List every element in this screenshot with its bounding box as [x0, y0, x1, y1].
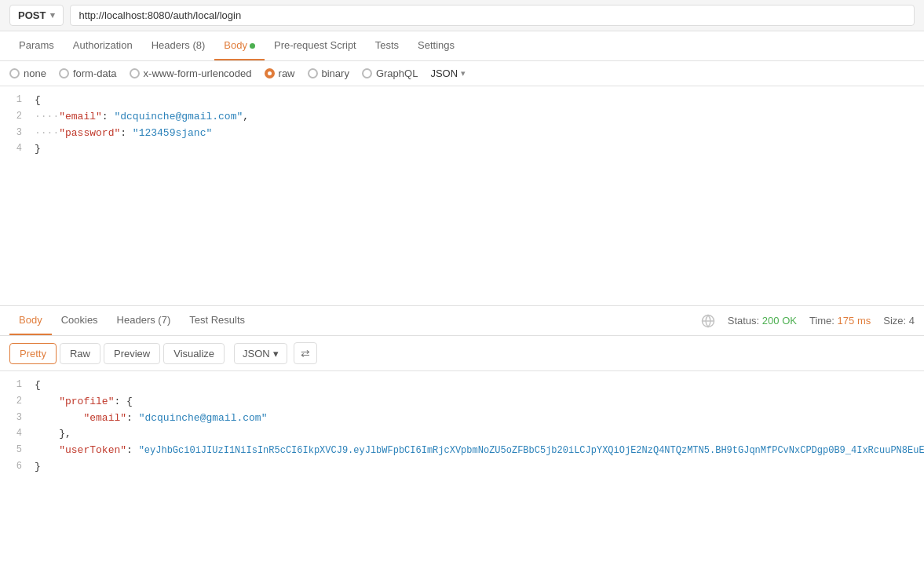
code-line-4: 4 }	[0, 141, 924, 158]
resp-line-1: 1 {	[0, 378, 924, 394]
tab-settings[interactable]: Settings	[408, 31, 464, 60]
pretty-button[interactable]: Pretty	[9, 343, 57, 364]
response-json-dropdown[interactable]: JSON ▾	[234, 343, 287, 364]
globe-icon	[701, 314, 715, 328]
radio-raw-circle	[265, 68, 275, 78]
radio-raw-label: raw	[279, 68, 295, 79]
resp-line-4: 4 },	[0, 426, 924, 443]
radio-none-circle	[9, 68, 20, 78]
tab-params[interactable]: Params	[9, 31, 64, 60]
response-status: Status: 200 OK Time: 175 ms Size: 4	[701, 314, 915, 328]
url-input[interactable]	[70, 5, 915, 26]
radio-binary-circle	[308, 68, 318, 78]
json-format-dropdown[interactable]: JSON ▾	[430, 68, 466, 79]
response-tab-headers[interactable]: Headers (7)	[108, 306, 181, 335]
radio-raw[interactable]: raw	[265, 68, 295, 79]
radio-form-data-circle	[59, 68, 69, 78]
response-tab-cookies[interactable]: Cookies	[52, 306, 108, 335]
method-label: POST	[18, 9, 46, 21]
code-line-2: 2 ····"email": "dcquinche@gmail.com",	[0, 109, 924, 126]
response-json-label: JSON	[243, 348, 270, 359]
radio-graphql-label: GraphQL	[376, 68, 418, 79]
radio-graphql[interactable]: GraphQL	[362, 68, 418, 79]
radio-form-data-label: form-data	[73, 68, 117, 79]
radio-graphql-circle	[362, 68, 372, 78]
json-format-chevron-icon: ▾	[461, 68, 466, 78]
request-tab-bar: Params Authorization Headers (8) Body Pr…	[0, 31, 924, 61]
status-label: Status: 200 OK	[728, 315, 797, 327]
resp-line-3: 3 "email": "dcquinche@gmail.com"	[0, 411, 924, 427]
radio-binary-label: binary	[322, 68, 349, 79]
visualize-button[interactable]: Visualize	[163, 343, 225, 364]
resp-line-6: 6 }	[0, 459, 924, 476]
url-bar: POST ▾	[0, 0, 924, 31]
response-toolbar: Pretty Raw Preview Visualize JSON ▾ ⇄	[0, 336, 924, 371]
body-dot-indicator	[250, 43, 255, 49]
raw-button[interactable]: Raw	[60, 343, 100, 364]
response-tab-bar: Body Cookies Headers (7) Test Results St…	[0, 306, 924, 336]
code-line-1: 1 {	[0, 93, 924, 109]
radio-urlencoded-circle	[130, 68, 140, 78]
response-body-editor: 1 { 2 "profile": { 3 "email": "dcquinche…	[0, 371, 924, 482]
response-tab-body[interactable]: Body	[9, 306, 52, 335]
tab-authorization[interactable]: Authorization	[64, 31, 142, 60]
tab-body[interactable]: Body	[214, 31, 265, 60]
resp-line-5: 5 "userToken": "eyJhbGci0iJIUzI1NiIsInR5…	[0, 443, 924, 459]
method-chevron-icon: ▾	[50, 10, 55, 20]
resp-line-2: 2 "profile": {	[0, 394, 924, 411]
radio-form-data[interactable]: form-data	[59, 68, 117, 79]
radio-none-label: none	[24, 68, 46, 79]
tab-pre-request-script[interactable]: Pre-request Script	[265, 31, 366, 60]
time-label: Time: 175 ms	[809, 315, 871, 327]
radio-urlencoded[interactable]: x-www-form-urlencoded	[130, 68, 252, 79]
radio-none[interactable]: none	[9, 68, 46, 79]
tab-headers[interactable]: Headers (8)	[142, 31, 215, 60]
wrap-text-icon[interactable]: ⇄	[294, 342, 317, 364]
size-label: Size: 4	[883, 315, 915, 327]
radio-binary[interactable]: binary	[308, 68, 349, 79]
json-format-label: JSON	[430, 68, 458, 79]
tab-tests[interactable]: Tests	[366, 31, 408, 60]
preview-button[interactable]: Preview	[104, 343, 160, 364]
radio-urlencoded-label: x-www-form-urlencoded	[144, 68, 252, 79]
code-line-3: 3 ····"password": "123459sjanc"	[0, 126, 924, 142]
method-dropdown[interactable]: POST ▾	[9, 5, 64, 26]
request-body-editor[interactable]: 1 { 2 ····"email": "dcquinche@gmail.com"…	[0, 86, 924, 306]
response-tab-test-results[interactable]: Test Results	[180, 306, 254, 335]
body-type-bar: none form-data x-www-form-urlencoded raw…	[0, 61, 924, 86]
response-json-chevron-icon: ▾	[273, 348, 279, 359]
